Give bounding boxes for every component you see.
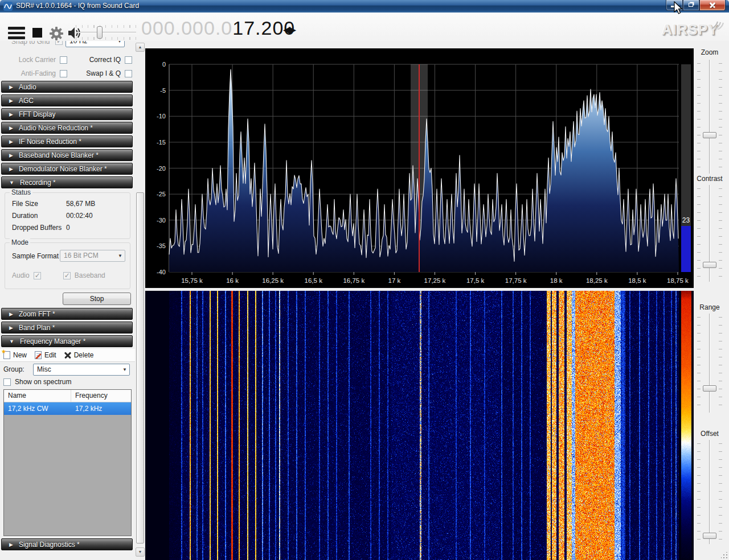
delete-button-label: Delete [74, 351, 94, 359]
stop-playback-button[interactable] [32, 28, 42, 38]
y-axis-label: -5 [160, 87, 166, 94]
panel-frequency-manager-label: Frequency Manager * [20, 337, 85, 345]
recording-status-groupbox: StatusFile Size58,67 MBDuration00:02:40D… [5, 192, 130, 239]
app-icon [3, 2, 13, 11]
edit-button-label: Edit [44, 351, 56, 359]
anti-fading-row: Anti-FadingSwap I & Q [0, 68, 135, 79]
minimize-button[interactable] [666, 0, 683, 11]
sidebar-scrollbar[interactable]: ▲ ▼ [136, 43, 145, 557]
audio-checkbox[interactable] [34, 272, 41, 279]
contrast-slider-thumb[interactable] [703, 262, 716, 268]
y-axis-label: -25 [157, 191, 166, 197]
panel-fft-display[interactable]: ▶FFT Display [1, 108, 133, 120]
anti-fading-checkbox[interactable] [60, 70, 67, 77]
status-row-value: 58,67 MB [66, 200, 95, 208]
panel-baseband-noise-blanker-label: Baseband Noise Blanker * [19, 151, 99, 159]
group-dropdown[interactable]: Misc▼ [33, 364, 130, 376]
panel-audio[interactable]: ▶Audio [1, 81, 133, 93]
edit-entry-button[interactable]: Edit [35, 351, 56, 359]
panel-zoom-fft[interactable]: ▶Zoom FFT * [1, 308, 133, 320]
panel-baseband-noise-blanker[interactable]: ▶Baseband Noise Blanker * [1, 149, 133, 161]
minimize-icon [671, 6, 678, 7]
contrast-slider[interactable] [697, 185, 722, 282]
frequency-table-header[interactable]: NameFrequency [4, 390, 131, 402]
baseband-checkbox[interactable] [63, 272, 71, 279]
delete-entry-button[interactable]: Delete [64, 351, 94, 359]
slider-label-contrast: Contrast [694, 175, 726, 183]
swap-iq-label: Swap I & Q [86, 69, 121, 77]
x-axis-label: 16,25 k [262, 277, 284, 284]
range-slider-thumb[interactable] [703, 385, 716, 392]
stop-recording-button[interactable]: Stop [63, 293, 131, 305]
airspy-logo-text: AIRSPY [662, 22, 718, 38]
chevron-right-icon: ▶ [9, 125, 13, 131]
chevron-right-icon: ▶ [9, 542, 13, 547]
status-row: Dropped Buffers0 [12, 224, 125, 232]
panel-demodulator-noise-blanker[interactable]: ▶Demodulator Noise Blanker * [1, 163, 133, 175]
slider-label-offset: Offset [694, 430, 726, 438]
y-axis-label: -35 [157, 242, 166, 249]
correct-iq-checkbox[interactable] [125, 56, 132, 64]
window-resize-grip[interactable] [721, 552, 728, 559]
sample-format-label: Sample Format [12, 252, 59, 260]
scrollbar-thumb[interactable] [136, 192, 144, 543]
waterfall-display[interactable] [145, 291, 694, 560]
panel-if-noise-reduction-label: IF Noise Reduction * [19, 138, 81, 146]
status-row-value: 0 [66, 224, 70, 232]
show-on-spectrum-checkbox[interactable] [3, 378, 11, 386]
column-header: Name [4, 390, 71, 402]
group-row: Group:Misc▼ [3, 364, 132, 376]
table-row[interactable]: 17,2 kHz CW17,2 kHz [4, 402, 131, 415]
panel-if-noise-reduction[interactable]: ▶IF Noise Reduction * [1, 135, 133, 147]
swap-iq-checkbox[interactable] [125, 70, 132, 77]
frequency-step-arrows[interactable]: ◀▶ [283, 24, 294, 36]
new-page-icon: ★ [3, 351, 10, 359]
status-row: Duration00:02:40 [12, 212, 125, 220]
volume-track [76, 32, 136, 33]
lock-carrier-checkbox[interactable] [60, 56, 67, 64]
scroll-down-button[interactable]: ▼ [136, 547, 145, 557]
panel-audio-noise-reduction-label: Audio Noise Reduction * [19, 124, 93, 132]
fft-spectrum-display[interactable]: 230-5-10-15-20-25-30-35-4015,75 k16 k16,… [145, 48, 694, 288]
status-row: File Size58,67 MB [12, 200, 125, 208]
y-axis-label: -20 [157, 165, 166, 172]
x-axis-label: 15,75 k [181, 277, 203, 284]
zoom-slider[interactable] [697, 60, 722, 174]
frequency-manager-toolbar: ★NewEditDelete [0, 349, 135, 362]
panel-band-plan[interactable]: ▶Band Plan * [1, 322, 133, 333]
y-axis-label: 0 [162, 61, 166, 68]
panel-signal-diagnostics[interactable]: ▶Signal Diagnostics * [1, 538, 133, 550]
chevron-right-icon: ▶ [9, 139, 13, 145]
zoom-slider-thumb[interactable] [703, 132, 716, 138]
y-axis-label: -30 [157, 217, 166, 224]
display-settings-panel: ZoomContrastRangeOffset [694, 48, 729, 560]
panel-recording[interactable]: ▼Recording * [1, 176, 133, 188]
slider-ticks-left [697, 317, 701, 409]
baseband-checkbox-label: Baseband [75, 271, 105, 279]
scroll-up-button[interactable]: ▲ [136, 43, 145, 52]
panel-audio-noise-reduction[interactable]: ▶Audio Noise Reduction * [1, 122, 133, 134]
slider-ticks-left [697, 443, 701, 541]
frequency-display[interactable]: 000.000.017.200 [141, 17, 295, 39]
panel-agc[interactable]: ▶AGC [1, 94, 133, 106]
restore-button[interactable] [683, 0, 699, 11]
titlebar: SDR# v1.0.0.1664 - IQ from Sound Card [0, 0, 729, 13]
status-row-label: Dropped Buffers [12, 224, 62, 232]
new-entry-button[interactable]: ★New [3, 351, 27, 359]
range-slider[interactable] [697, 314, 722, 413]
offset-slider[interactable] [697, 440, 722, 544]
menu-button[interactable] [8, 27, 25, 39]
chevron-down-icon: ▼ [9, 339, 14, 344]
volume-thumb[interactable] [97, 26, 103, 39]
close-button[interactable] [699, 0, 726, 11]
panel-frequency-manager[interactable]: ▼Frequency Manager * [1, 335, 133, 347]
volume-slider[interactable] [76, 25, 136, 40]
panel-recording-label: Recording * [20, 179, 56, 187]
column-header: Frequency [71, 390, 108, 402]
offset-slider-thumb[interactable] [703, 533, 716, 539]
settings-gear-icon[interactable] [49, 26, 64, 41]
table-cell: 17,2 kHz CW [4, 402, 71, 415]
chevron-down-icon: ▼ [9, 180, 14, 186]
x-axis-label: 16 k [226, 277, 239, 284]
sample-format-dropdown[interactable]: 16 Bit PCM▼ [60, 250, 125, 262]
